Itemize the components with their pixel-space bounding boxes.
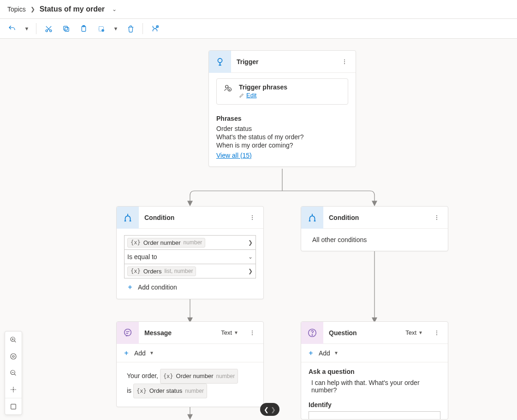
breadcrumb-current[interactable]: Status of my order <box>40 5 105 13</box>
more-button[interactable] <box>431 212 442 223</box>
message-type-selector[interactable]: Text ▼ <box>221 329 238 336</box>
cut-button[interactable] <box>41 21 56 36</box>
message-header: Message Text ▼ <box>117 322 263 344</box>
chevron-down-icon: ▼ <box>234 330 238 335</box>
question-add-button[interactable]: + Add ▼ <box>301 344 448 362</box>
more-button[interactable] <box>431 327 442 338</box>
question-text[interactable]: I can help with that. What's your order … <box>309 378 440 398</box>
question-icon <box>301 322 323 344</box>
plus-icon: + <box>126 283 134 291</box>
message-node[interactable]: Message Text ▼ + Add ▼ Your order, {x} O… <box>116 321 264 407</box>
phrases-section: Phrases Order status What's the status o… <box>209 110 356 166</box>
more-button[interactable] <box>247 212 258 223</box>
condition-variable-1[interactable]: {x} Order number number ❯ <box>124 235 256 250</box>
chevron-right-icon: ❯ <box>248 239 253 246</box>
chevron-down-icon: ⌄ <box>248 254 253 260</box>
condition-operator[interactable]: Is equal to ⌄ <box>124 249 256 264</box>
trigger-icon <box>209 51 231 73</box>
question-type-selector[interactable]: Text ▼ <box>405 329 423 336</box>
chevron-down-icon: ▼ <box>149 350 154 355</box>
svg-point-33 <box>252 330 253 331</box>
message-text-mid: is <box>127 387 133 394</box>
trigger-body: Trigger phrases Edit <box>209 73 356 110</box>
zoom-in-button[interactable] <box>5 331 22 348</box>
paste-special-button[interactable] <box>94 21 108 36</box>
phrase-2: What's the status of my order? <box>216 133 348 141</box>
svg-point-29 <box>436 215 437 216</box>
question-body: Ask a question I can help with that. Wha… <box>301 362 448 420</box>
condition-icon <box>117 207 139 229</box>
var-order-number[interactable]: {x} Order number number <box>160 369 238 384</box>
nav-next-button[interactable]: ❯ <box>271 406 276 413</box>
node-navigator[interactable]: ❮ ❯ <box>260 403 279 416</box>
svg-point-21 <box>344 59 345 60</box>
question-node[interactable]: Question Text ▼ + Add ▼ Ask a question I… <box>301 321 448 420</box>
svg-point-34 <box>252 332 253 333</box>
chevron-down-icon[interactable]: ⌄ <box>112 6 117 12</box>
message-add-button[interactable]: + Add ▼ <box>117 344 263 362</box>
trigger-header: Trigger <box>209 51 356 73</box>
identify-header: Identify <box>309 401 440 408</box>
minimap-button[interactable] <box>5 398 22 414</box>
condition-left-body: {x} Order number number ❯ Is equal to ⌄ … <box>117 229 263 299</box>
phrase-1: Order status <box>216 125 348 132</box>
zoom-fit-button[interactable] <box>5 348 22 365</box>
trigger-node[interactable]: Trigger Trigger phrases Edit Phra <box>208 50 356 167</box>
condition-left-header: Condition <box>117 207 263 229</box>
add-condition-label: Add condition <box>138 284 177 291</box>
variable-icon: {x} <box>163 371 173 382</box>
more-button[interactable] <box>339 56 350 67</box>
message-body[interactable]: Your order, {x} Order number number is {… <box>117 362 263 407</box>
condition-right-title: Condition <box>329 214 426 221</box>
chevron-down-icon: ▼ <box>418 330 423 335</box>
variables-button[interactable] <box>148 21 162 36</box>
authoring-canvas[interactable]: Trigger Trigger phrases Edit Phra <box>0 39 517 420</box>
phrases-header: Phrases <box>216 115 348 122</box>
zoom-out-button[interactable] <box>5 365 22 381</box>
trigger-title: Trigger <box>237 58 333 65</box>
var-order-status[interactable]: {x} Order status number <box>133 384 207 398</box>
delete-button[interactable] <box>123 21 138 36</box>
svg-marker-19 <box>188 414 192 419</box>
svg-point-38 <box>436 330 437 331</box>
variable-icon: {x} <box>131 239 141 246</box>
copy-button[interactable] <box>59 21 73 36</box>
undo-dropdown[interactable]: ▼ <box>22 21 31 36</box>
condition-variable-2[interactable]: {x} Orders list, number ❯ <box>124 264 256 278</box>
edit-phrases-link[interactable]: Edit <box>239 92 256 99</box>
add-condition-button[interactable]: + Add condition <box>124 278 256 292</box>
svg-rect-2 <box>65 27 69 31</box>
breadcrumb: Topics ❯ Status of my order ⌄ <box>0 0 517 19</box>
svg-point-20 <box>218 58 222 62</box>
trigger-phrases-card[interactable]: Trigger phrases Edit <box>216 78 348 105</box>
svg-point-22 <box>344 61 345 62</box>
condition-node-left[interactable]: Condition {x} Order number number ❯ Is e… <box>116 206 264 299</box>
var-orders: {x} Orders list, number <box>127 266 196 276</box>
reset-view-button[interactable] <box>5 381 22 398</box>
message-text-prefix: Your order, <box>127 372 160 379</box>
undo-button[interactable] <box>5 21 19 36</box>
paste-special-dropdown[interactable]: ▼ <box>111 21 120 36</box>
condition-node-right[interactable]: Condition All other conditions <box>301 206 448 251</box>
zoom-controls <box>5 331 22 415</box>
identify-selector[interactable] <box>309 411 440 420</box>
phrase-3: When is my order coming? <box>216 142 348 149</box>
svg-point-39 <box>436 332 437 333</box>
svg-point-24 <box>226 85 228 88</box>
chevron-right-icon: ❯ <box>30 6 35 12</box>
paste-button[interactable] <box>76 21 91 36</box>
nav-prev-button[interactable]: ❮ <box>264 406 269 413</box>
svg-point-28 <box>252 219 253 220</box>
svg-point-32 <box>125 329 131 336</box>
breadcrumb-root[interactable]: Topics <box>7 6 26 13</box>
view-all-phrases-link[interactable]: View all (15) <box>216 152 252 159</box>
svg-rect-46 <box>11 404 16 409</box>
trigger-phrases-title: Trigger phrases <box>239 83 287 91</box>
svg-point-1 <box>49 30 51 31</box>
more-button[interactable] <box>247 327 258 338</box>
add-label: Add <box>134 349 146 357</box>
chevron-right-icon: ❯ <box>248 268 253 274</box>
svg-point-31 <box>436 219 437 220</box>
svg-point-45 <box>13 389 14 390</box>
svg-marker-11 <box>188 201 192 206</box>
